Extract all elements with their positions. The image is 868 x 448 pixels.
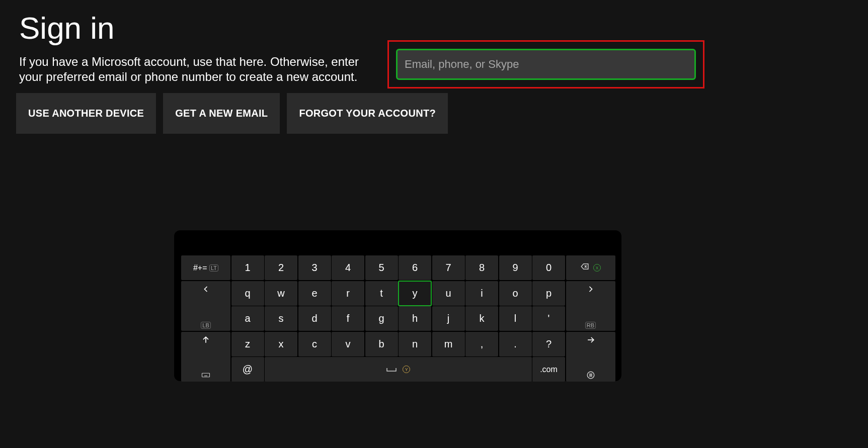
key-e[interactable]: e xyxy=(298,281,331,306)
page-title: Sign in xyxy=(19,10,115,46)
key-5[interactable]: 5 xyxy=(365,255,398,280)
input-highlight-box xyxy=(387,40,704,88)
key-period[interactable]: . xyxy=(499,332,532,356)
key-1[interactable]: 1 xyxy=(231,255,264,280)
key-enter[interactable] xyxy=(566,332,615,382)
email-input-wrapper[interactable] xyxy=(396,49,696,80)
arrow-up-icon xyxy=(201,335,211,347)
key-apostrophe[interactable]: ' xyxy=(532,306,565,331)
key-2[interactable]: 2 xyxy=(265,255,297,280)
keyboard-layout-icon xyxy=(181,371,230,380)
page-subtitle: If you have a Microsoft account, use tha… xyxy=(19,54,361,84)
key-l[interactable]: l xyxy=(499,306,532,331)
key-comma[interactable]: , xyxy=(465,332,498,356)
key-x[interactable]: x xyxy=(265,332,297,356)
key-cursor-left[interactable]: LB xyxy=(181,281,230,331)
key-v[interactable]: v xyxy=(332,332,364,356)
arrow-right-icon xyxy=(586,335,596,347)
key-m[interactable]: m xyxy=(432,332,465,356)
key-4[interactable]: 4 xyxy=(332,255,364,280)
key-dotcom[interactable]: .com xyxy=(532,357,565,382)
key-k[interactable]: k xyxy=(465,306,498,331)
chevron-right-icon xyxy=(586,284,596,297)
key-space[interactable]: Y xyxy=(265,357,532,382)
key-b[interactable]: b xyxy=(365,332,398,356)
key-at[interactable]: @ xyxy=(231,357,264,382)
key-question[interactable]: ? xyxy=(532,332,565,356)
key-cursor-right[interactable]: RB xyxy=(566,281,615,331)
chevron-left-icon xyxy=(201,284,211,297)
key-j[interactable]: j xyxy=(432,306,465,331)
key-s[interactable]: s xyxy=(265,306,297,331)
key-t[interactable]: t xyxy=(365,281,398,306)
x-hint-icon: X xyxy=(593,264,601,272)
key-o[interactable]: o xyxy=(499,281,532,306)
menu-icon xyxy=(566,371,615,380)
key-q[interactable]: q xyxy=(231,281,264,306)
key-c[interactable]: c xyxy=(298,332,331,356)
key-6[interactable]: 6 xyxy=(399,255,431,280)
key-y[interactable]: y xyxy=(399,281,431,306)
key-z[interactable]: z xyxy=(231,332,264,356)
key-r[interactable]: r xyxy=(332,281,364,306)
use-another-device-button[interactable]: USE ANOTHER DEVICE xyxy=(16,93,156,134)
key-a[interactable]: a xyxy=(231,306,264,331)
onscreen-keyboard: #+= LT1234567890XLBqwertyuiopRBasdfghjkl… xyxy=(174,230,621,381)
key-0[interactable]: 0 xyxy=(532,255,565,280)
key-shift[interactable] xyxy=(181,332,230,382)
space-icon xyxy=(386,364,397,375)
key-h[interactable]: h xyxy=(399,306,431,331)
get-new-email-button[interactable]: GET A NEW EMAIL xyxy=(163,93,280,134)
key-g[interactable]: g xyxy=(365,306,398,331)
email-input[interactable] xyxy=(405,58,694,71)
svg-rect-3 xyxy=(202,373,210,377)
forgot-account-button[interactable]: FORGOT YOUR ACCOUNT? xyxy=(287,93,448,134)
key-i[interactable]: i xyxy=(465,281,498,306)
key-9[interactable]: 9 xyxy=(499,255,532,280)
key-symbols[interactable]: #+= LT xyxy=(181,255,230,280)
key-8[interactable]: 8 xyxy=(465,255,498,280)
key-p[interactable]: p xyxy=(532,281,565,306)
key-n[interactable]: n xyxy=(399,332,431,356)
key-7[interactable]: 7 xyxy=(432,255,465,280)
y-hint-icon: Y xyxy=(403,366,410,373)
key-backspace[interactable]: X xyxy=(566,255,615,280)
key-3[interactable]: 3 xyxy=(298,255,331,280)
key-d[interactable]: d xyxy=(298,306,331,331)
key-u[interactable]: u xyxy=(432,281,465,306)
backspace-icon xyxy=(580,262,589,274)
key-f[interactable]: f xyxy=(332,306,364,331)
key-w[interactable]: w xyxy=(265,281,297,306)
